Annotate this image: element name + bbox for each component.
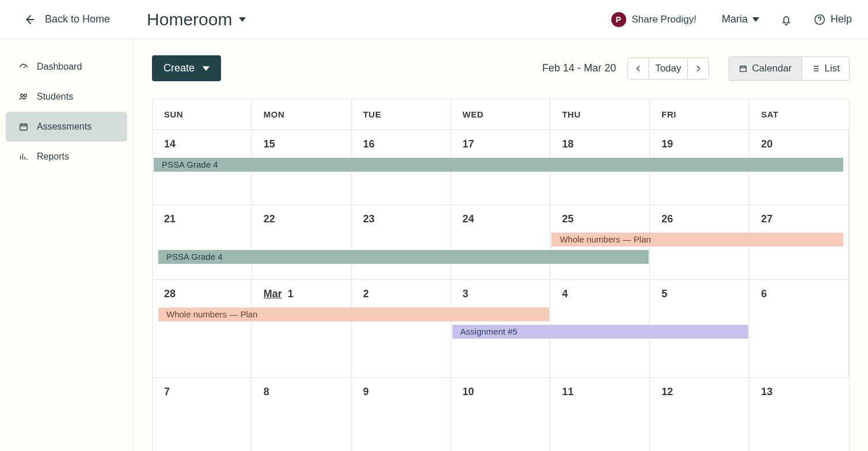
caret-down-icon bbox=[239, 17, 246, 22]
sidebar: Dashboard Students Assessments Reports bbox=[0, 39, 134, 451]
sidebar-item-label: Students bbox=[37, 92, 73, 102]
calendar-day-header: WED bbox=[451, 99, 551, 130]
calendar-day-cell[interactable]: 2 bbox=[352, 280, 451, 377]
create-label: Create bbox=[163, 62, 195, 74]
back-label: Back to Home bbox=[45, 13, 110, 25]
calendar-icon bbox=[738, 64, 748, 73]
calendar-day-cell[interactable]: 7 bbox=[153, 378, 252, 451]
chevron-right-icon bbox=[694, 64, 703, 73]
user-menu[interactable]: Maria bbox=[722, 13, 759, 25]
svg-rect-3 bbox=[20, 124, 27, 131]
back-to-home-button[interactable]: Back to Home bbox=[23, 13, 110, 26]
calendar-event[interactable]: Whole numbers — Plan bbox=[158, 308, 549, 321]
calendar-day-cell[interactable]: 10 bbox=[451, 378, 551, 451]
user-name: Maria bbox=[722, 13, 748, 25]
calendar-day-cell[interactable]: Mar1 bbox=[252, 280, 352, 377]
sidebar-item-students[interactable]: Students bbox=[6, 82, 127, 112]
bell-icon bbox=[780, 13, 793, 26]
main-content: Create Feb 14 - Mar 20 Today Calen bbox=[134, 39, 868, 451]
date-nav-group: Today bbox=[627, 58, 709, 79]
calendar-day-cell[interactable]: 23 bbox=[352, 205, 451, 279]
month-label: Mar bbox=[264, 288, 282, 300]
calendar-view-button[interactable]: Calendar bbox=[729, 56, 802, 81]
calendar-day-cell[interactable]: 11 bbox=[550, 378, 650, 451]
calendar-day-cell[interactable]: 24 bbox=[451, 205, 551, 279]
prodigy-badge-icon: P bbox=[611, 12, 626, 27]
calendar-icon bbox=[18, 122, 29, 132]
calendar-day-cell[interactable]: 9 bbox=[352, 378, 451, 451]
svg-point-2 bbox=[24, 94, 27, 97]
caret-down-icon bbox=[203, 66, 210, 71]
next-button[interactable] bbox=[688, 58, 709, 79]
calendar-event[interactable]: PSSA Grade 4 bbox=[158, 250, 649, 264]
calendar-event[interactable]: PSSA Grade 4 bbox=[154, 158, 843, 172]
sidebar-item-dashboard[interactable]: Dashboard bbox=[6, 52, 127, 82]
list-icon bbox=[811, 64, 820, 73]
list-view-label: List bbox=[825, 63, 840, 74]
calendar-event[interactable]: Assignment #5 bbox=[452, 325, 749, 339]
calendar-day-header: MON bbox=[252, 99, 352, 130]
calendar-week-row: 28Mar123456Whole numbers — PlanAssignmen… bbox=[153, 280, 849, 378]
svg-rect-4 bbox=[740, 66, 746, 71]
class-dropdown[interactable]: Homeroom bbox=[147, 10, 246, 29]
calendar-day-cell[interactable]: 8 bbox=[252, 378, 352, 451]
list-view-button[interactable]: List bbox=[802, 56, 850, 81]
chevron-left-icon bbox=[634, 64, 643, 73]
calendar-day-cell[interactable]: 28 bbox=[153, 280, 252, 377]
share-prodigy-button[interactable]: P Share Prodigy! bbox=[611, 12, 696, 27]
arrow-left-icon bbox=[23, 13, 36, 26]
calendar-day-cell[interactable]: 12 bbox=[650, 378, 749, 451]
users-icon bbox=[18, 92, 29, 102]
sidebar-item-label: Dashboard bbox=[37, 62, 82, 72]
share-label: Share Prodigy! bbox=[632, 14, 696, 25]
date-range-label: Feb 14 - Mar 20 bbox=[542, 62, 616, 74]
caret-down-icon bbox=[752, 17, 759, 22]
today-label: Today bbox=[655, 63, 681, 74]
calendar-day-header: SAT bbox=[749, 99, 849, 130]
calendar-day-header: TUE bbox=[352, 99, 451, 130]
sidebar-item-label: Assessments bbox=[37, 122, 92, 132]
calendar-day-cell[interactable]: 22 bbox=[252, 205, 352, 279]
today-button[interactable]: Today bbox=[649, 58, 687, 79]
calendar-week-row: 78910111213 bbox=[153, 378, 849, 451]
view-toggle: Calendar List bbox=[729, 56, 850, 81]
calendar-event[interactable]: Whole numbers — Plan bbox=[551, 233, 843, 247]
help-button[interactable]: Help bbox=[813, 13, 852, 26]
calendar-day-cell[interactable]: 21 bbox=[153, 205, 252, 279]
calendar-week-row: 21222324252627PSSA Grade 4Whole numbers … bbox=[153, 205, 849, 280]
calendar-day-header: THU bbox=[550, 99, 650, 130]
toolbar: Create Feb 14 - Mar 20 Today Calen bbox=[152, 55, 850, 81]
calendar-week-row: 14151617181920PSSA Grade 4 bbox=[153, 130, 849, 205]
sidebar-item-reports[interactable]: Reports bbox=[6, 142, 127, 172]
svg-point-1 bbox=[21, 94, 24, 97]
calendar-header-row: SUNMONTUEWEDTHUFRISAT bbox=[153, 99, 849, 130]
calendar-day-cell[interactable]: 13 bbox=[749, 378, 849, 451]
help-icon bbox=[813, 13, 826, 26]
calendar-day-header: FRI bbox=[650, 99, 749, 130]
notifications-button[interactable] bbox=[780, 13, 793, 26]
help-label: Help bbox=[831, 13, 852, 25]
sidebar-item-label: Reports bbox=[37, 151, 69, 162]
sidebar-item-assessments[interactable]: Assessments bbox=[6, 112, 127, 142]
calendar-grid: SUNMONTUEWEDTHUFRISAT 14151617181920PSSA… bbox=[152, 98, 850, 451]
calendar-view-label: Calendar bbox=[752, 63, 792, 74]
create-button[interactable]: Create bbox=[152, 55, 221, 81]
calendar-day-cell[interactable]: 6 bbox=[749, 280, 849, 377]
prev-button[interactable] bbox=[627, 58, 649, 79]
bar-chart-icon bbox=[18, 151, 29, 162]
calendar-day-header: SUN bbox=[153, 99, 252, 130]
top-bar: Back to Home Homeroom P Share Prodigy! M… bbox=[0, 0, 868, 39]
gauge-icon bbox=[18, 62, 29, 72]
class-name: Homeroom bbox=[147, 10, 232, 29]
